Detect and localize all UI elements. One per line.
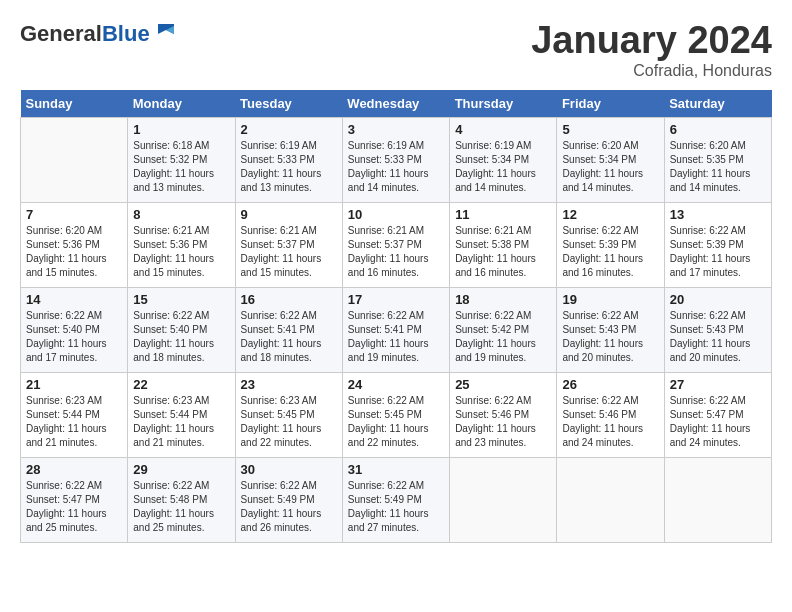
calendar-table: SundayMondayTuesdayWednesdayThursdayFrid… [20,90,772,543]
calendar-cell: 7Sunrise: 6:20 AMSunset: 5:36 PMDaylight… [21,202,128,287]
day-number: 23 [241,377,337,392]
calendar-cell: 29Sunrise: 6:22 AMSunset: 5:48 PMDayligh… [128,457,235,542]
day-number: 19 [562,292,658,307]
day-info: Sunrise: 6:23 AMSunset: 5:44 PMDaylight:… [26,394,122,450]
calendar-cell: 6Sunrise: 6:20 AMSunset: 5:35 PMDaylight… [664,117,771,202]
day-info: Sunrise: 6:22 AMSunset: 5:41 PMDaylight:… [241,309,337,365]
day-number: 11 [455,207,551,222]
day-info: Sunrise: 6:22 AMSunset: 5:40 PMDaylight:… [133,309,229,365]
title-block: January 2024 Cofradia, Honduras [531,20,772,80]
day-info: Sunrise: 6:22 AMSunset: 5:47 PMDaylight:… [26,479,122,535]
day-of-week-header: Saturday [664,90,771,118]
calendar-week-row: 1Sunrise: 6:18 AMSunset: 5:32 PMDaylight… [21,117,772,202]
calendar-cell: 10Sunrise: 6:21 AMSunset: 5:37 PMDayligh… [342,202,449,287]
day-of-week-header: Tuesday [235,90,342,118]
calendar-cell: 1Sunrise: 6:18 AMSunset: 5:32 PMDaylight… [128,117,235,202]
day-number: 30 [241,462,337,477]
day-number: 13 [670,207,766,222]
calendar-cell [664,457,771,542]
calendar-cell [557,457,664,542]
day-info: Sunrise: 6:22 AMSunset: 5:48 PMDaylight:… [133,479,229,535]
day-number: 18 [455,292,551,307]
day-number: 14 [26,292,122,307]
calendar-cell: 31Sunrise: 6:22 AMSunset: 5:49 PMDayligh… [342,457,449,542]
day-info: Sunrise: 6:21 AMSunset: 5:37 PMDaylight:… [241,224,337,280]
day-info: Sunrise: 6:22 AMSunset: 5:39 PMDaylight:… [562,224,658,280]
day-info: Sunrise: 6:19 AMSunset: 5:34 PMDaylight:… [455,139,551,195]
calendar-cell: 12Sunrise: 6:22 AMSunset: 5:39 PMDayligh… [557,202,664,287]
day-number: 28 [26,462,122,477]
day-number: 10 [348,207,444,222]
day-number: 16 [241,292,337,307]
calendar-cell [450,457,557,542]
calendar-cell [21,117,128,202]
calendar-cell: 2Sunrise: 6:19 AMSunset: 5:33 PMDaylight… [235,117,342,202]
day-number: 25 [455,377,551,392]
calendar-cell: 20Sunrise: 6:22 AMSunset: 5:43 PMDayligh… [664,287,771,372]
calendar-cell: 9Sunrise: 6:21 AMSunset: 5:37 PMDaylight… [235,202,342,287]
day-number: 2 [241,122,337,137]
day-of-week-header: Friday [557,90,664,118]
calendar-week-row: 28Sunrise: 6:22 AMSunset: 5:47 PMDayligh… [21,457,772,542]
calendar-cell: 5Sunrise: 6:20 AMSunset: 5:34 PMDaylight… [557,117,664,202]
day-info: Sunrise: 6:21 AMSunset: 5:38 PMDaylight:… [455,224,551,280]
day-info: Sunrise: 6:22 AMSunset: 5:40 PMDaylight:… [26,309,122,365]
day-info: Sunrise: 6:22 AMSunset: 5:42 PMDaylight:… [455,309,551,365]
day-info: Sunrise: 6:20 AMSunset: 5:34 PMDaylight:… [562,139,658,195]
day-number: 22 [133,377,229,392]
day-info: Sunrise: 6:22 AMSunset: 5:45 PMDaylight:… [348,394,444,450]
calendar-cell: 21Sunrise: 6:23 AMSunset: 5:44 PMDayligh… [21,372,128,457]
calendar-cell: 28Sunrise: 6:22 AMSunset: 5:47 PMDayligh… [21,457,128,542]
day-info: Sunrise: 6:22 AMSunset: 5:39 PMDaylight:… [670,224,766,280]
day-number: 29 [133,462,229,477]
day-info: Sunrise: 6:23 AMSunset: 5:44 PMDaylight:… [133,394,229,450]
calendar-cell: 8Sunrise: 6:21 AMSunset: 5:36 PMDaylight… [128,202,235,287]
day-info: Sunrise: 6:22 AMSunset: 5:49 PMDaylight:… [241,479,337,535]
calendar-cell: 24Sunrise: 6:22 AMSunset: 5:45 PMDayligh… [342,372,449,457]
logo-icon [152,20,180,48]
day-info: Sunrise: 6:21 AMSunset: 5:37 PMDaylight:… [348,224,444,280]
day-of-week-header: Monday [128,90,235,118]
day-number: 26 [562,377,658,392]
day-number: 31 [348,462,444,477]
day-info: Sunrise: 6:22 AMSunset: 5:49 PMDaylight:… [348,479,444,535]
calendar-cell: 25Sunrise: 6:22 AMSunset: 5:46 PMDayligh… [450,372,557,457]
day-number: 24 [348,377,444,392]
day-number: 17 [348,292,444,307]
day-info: Sunrise: 6:19 AMSunset: 5:33 PMDaylight:… [241,139,337,195]
calendar-cell: 13Sunrise: 6:22 AMSunset: 5:39 PMDayligh… [664,202,771,287]
calendar-week-row: 21Sunrise: 6:23 AMSunset: 5:44 PMDayligh… [21,372,772,457]
day-number: 5 [562,122,658,137]
day-number: 1 [133,122,229,137]
day-number: 3 [348,122,444,137]
day-info: Sunrise: 6:21 AMSunset: 5:36 PMDaylight:… [133,224,229,280]
calendar-cell: 16Sunrise: 6:22 AMSunset: 5:41 PMDayligh… [235,287,342,372]
day-info: Sunrise: 6:22 AMSunset: 5:41 PMDaylight:… [348,309,444,365]
day-info: Sunrise: 6:22 AMSunset: 5:47 PMDaylight:… [670,394,766,450]
day-number: 9 [241,207,337,222]
day-info: Sunrise: 6:22 AMSunset: 5:46 PMDaylight:… [455,394,551,450]
day-number: 15 [133,292,229,307]
calendar-cell: 3Sunrise: 6:19 AMSunset: 5:33 PMDaylight… [342,117,449,202]
logo: GeneralBlue [20,20,180,48]
day-number: 27 [670,377,766,392]
calendar-cell: 27Sunrise: 6:22 AMSunset: 5:47 PMDayligh… [664,372,771,457]
calendar-cell: 17Sunrise: 6:22 AMSunset: 5:41 PMDayligh… [342,287,449,372]
calendar-cell: 22Sunrise: 6:23 AMSunset: 5:44 PMDayligh… [128,372,235,457]
calendar-cell: 11Sunrise: 6:21 AMSunset: 5:38 PMDayligh… [450,202,557,287]
day-info: Sunrise: 6:23 AMSunset: 5:45 PMDaylight:… [241,394,337,450]
day-number: 20 [670,292,766,307]
calendar-cell: 18Sunrise: 6:22 AMSunset: 5:42 PMDayligh… [450,287,557,372]
day-of-week-header: Thursday [450,90,557,118]
day-number: 4 [455,122,551,137]
calendar-cell: 15Sunrise: 6:22 AMSunset: 5:40 PMDayligh… [128,287,235,372]
calendar-cell: 14Sunrise: 6:22 AMSunset: 5:40 PMDayligh… [21,287,128,372]
day-info: Sunrise: 6:22 AMSunset: 5:43 PMDaylight:… [562,309,658,365]
day-number: 6 [670,122,766,137]
day-info: Sunrise: 6:22 AMSunset: 5:43 PMDaylight:… [670,309,766,365]
day-info: Sunrise: 6:18 AMSunset: 5:32 PMDaylight:… [133,139,229,195]
day-of-week-header: Wednesday [342,90,449,118]
calendar-cell: 23Sunrise: 6:23 AMSunset: 5:45 PMDayligh… [235,372,342,457]
day-number: 12 [562,207,658,222]
calendar-cell: 26Sunrise: 6:22 AMSunset: 5:46 PMDayligh… [557,372,664,457]
